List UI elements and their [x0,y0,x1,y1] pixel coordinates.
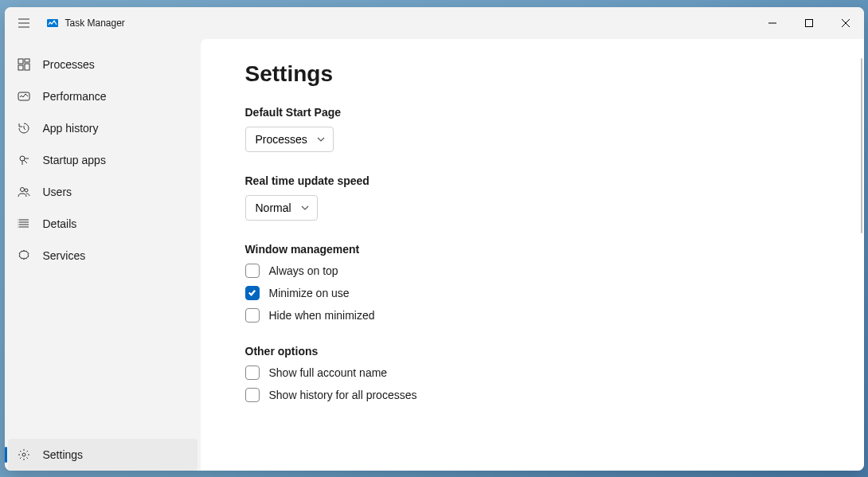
sidebar-item-users[interactable]: Users [8,176,197,208]
checkbox-history-all-processes[interactable]: Show history for all processes [245,388,819,402]
checkbox-label: Show full account name [269,366,388,379]
history-icon [18,122,30,135]
section-default-start: Default Start Page Processes [245,106,819,152]
section-other-options: Other options Show full account name Sho… [245,345,819,402]
dropdown-value: Normal [256,201,291,214]
app-body: Processes Performance App history Startu… [5,39,864,471]
checkbox-label: Show history for all processes [269,389,417,401]
chevron-down-icon [301,204,309,212]
dropdown-value: Processes [256,133,307,146]
checkbox-icon [245,286,260,300]
section-window-management: Window management Always on top Minimize… [245,243,819,323]
maximize-button[interactable] [791,10,827,36]
app-icon [46,17,59,29]
sidebar-item-label: Users [43,186,72,198]
close-button[interactable] [827,10,864,36]
svg-rect-4 [25,64,29,70]
svg-rect-3 [25,59,29,62]
sidebar-item-label: Details [43,217,77,230]
window-controls [754,10,864,36]
svg-rect-1 [805,19,812,26]
update-speed-dropdown[interactable]: Normal [245,195,318,221]
app-window: Task Manager Processes Performance App h… [5,7,864,471]
sidebar-item-startup-apps[interactable]: Startup apps [8,144,197,176]
sidebar-item-performance[interactable]: Performance [8,80,197,112]
gear-icon [18,448,30,461]
services-icon [18,249,30,262]
checkbox-always-on-top[interactable]: Always on top [245,264,819,278]
checkbox-icon [245,388,260,402]
page-title: Settings [245,61,819,87]
sidebar-item-services[interactable]: Services [8,240,197,272]
checkbox-minimize-on-use[interactable]: Minimize on use [245,286,819,300]
checkbox-full-account-name[interactable]: Show full account name [245,366,819,380]
scrollbar[interactable] [861,58,862,233]
section-title: Window management [245,243,819,256]
checkbox-icon [245,308,260,323]
checkbox-icon [245,366,260,380]
details-icon [18,217,30,230]
checkbox-icon [245,264,260,278]
close-icon [842,19,850,27]
svg-point-10 [18,219,18,220]
sidebar-item-label: App history [43,122,99,135]
svg-point-11 [18,221,18,222]
default-start-dropdown[interactable]: Processes [245,127,334,152]
nav-toggle-button[interactable] [8,7,40,39]
svg-rect-2 [18,59,23,64]
sidebar-item-label: Processes [43,58,95,71]
checkbox-label: Minimize on use [269,287,350,299]
checkbox-hide-when-minimized[interactable]: Hide when minimized [245,308,819,323]
sidebar-item-label: Services [43,249,86,262]
minimize-button[interactable] [754,10,791,36]
content-area: Settings Default Start Page Processes Re… [201,39,864,471]
chevron-down-icon [317,135,325,143]
processes-icon [18,58,30,71]
section-update-speed: Real time update speed Normal [245,174,819,221]
sidebar-item-settings[interactable]: Settings [8,439,197,471]
minimize-icon [768,19,776,27]
sidebar: Processes Performance App history Startu… [5,39,201,471]
sidebar-item-details[interactable]: Details [8,208,197,240]
section-title: Default Start Page [245,106,819,119]
users-icon [18,186,30,198]
checkbox-label: Always on top [269,264,338,277]
sidebar-item-app-history[interactable]: App history [8,112,197,144]
section-title: Other options [245,345,819,358]
hamburger-icon [18,17,30,29]
startup-icon [18,154,30,166]
titlebar: Task Manager [5,7,864,39]
performance-icon [18,90,30,103]
sidebar-item-label: Performance [43,90,107,103]
sidebar-item-processes[interactable]: Processes [8,49,197,80]
svg-point-12 [18,224,18,225]
app-title: Task Manager [65,18,754,29]
svg-point-14 [22,453,25,456]
sidebar-item-label: Startup apps [43,154,106,166]
checkbox-label: Hide when minimized [269,309,375,322]
svg-point-13 [18,226,18,227]
maximize-icon [805,19,813,27]
section-title: Real time update speed [245,174,819,187]
svg-point-8 [20,187,24,191]
svg-rect-5 [18,65,23,70]
svg-point-9 [25,189,28,192]
sidebar-item-label: Settings [43,448,84,461]
